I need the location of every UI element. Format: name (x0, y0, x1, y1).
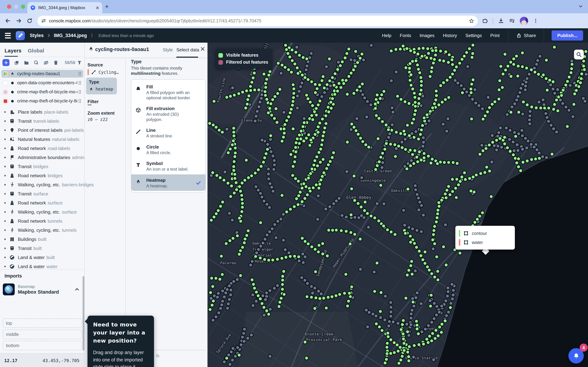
mac-close-button[interactable] (7, 5, 11, 9)
expand-triangle-icon[interactable] (3, 192, 7, 195)
type-option-symbol[interactable]: SymbolAn icon or a text label. (131, 158, 206, 174)
drag-handle-icon[interactable] (77, 90, 82, 94)
extensions-icon[interactable] (482, 18, 488, 24)
expand-triangle-icon[interactable] (3, 119, 7, 123)
type-option-line[interactable]: LineA stroked line. (131, 125, 206, 141)
group-row[interactable]: Road networktunnels (0, 216, 85, 225)
publish-button[interactable]: Publish... (552, 30, 583, 41)
tab-global[interactable]: Global (28, 48, 44, 53)
expand-triangle-icon[interactable] (3, 201, 7, 204)
tab-select-data[interactable]: Select data (176, 47, 199, 52)
hide-layer-icon[interactable] (43, 60, 49, 65)
group-row[interactable]: Point of interest labelspoi-labels (0, 125, 85, 134)
layer-row[interactable]: crime-map-theft-of-bicycle-mo-c... (1, 88, 83, 96)
layer-row[interactable]: open-data-coyote-encounters-4... (1, 79, 83, 87)
drag-handle-icon[interactable] (77, 99, 82, 103)
nav-settings[interactable]: Settings (466, 33, 482, 38)
group-row[interactable]: Walking, cycling, etc.barriers-bridges (0, 180, 85, 189)
expand-triangle-icon[interactable] (3, 128, 7, 132)
nav-fonts[interactable]: Fonts (400, 33, 411, 38)
add-layer-button[interactable] (2, 59, 9, 66)
expand-triangle-icon[interactable] (3, 183, 7, 186)
share-button[interactable]: Share (516, 33, 536, 38)
drag-handle-icon[interactable] (77, 80, 82, 85)
sidebar-scrollbar[interactable] (83, 276, 84, 350)
slot-top[interactable]: top (3, 318, 82, 328)
layer-row[interactable]: crime-map-theft-of-bicycle-ty-8q... (1, 97, 83, 105)
select-feature-icon[interactable] (34, 60, 39, 65)
tab-close-icon[interactable] (95, 6, 99, 10)
group-row[interactable]: Walking, cycling, etc.tunnels (0, 225, 85, 234)
window-chevron-icon[interactable] (578, 4, 583, 9)
duplicate-layer-icon[interactable] (14, 60, 19, 65)
group-row[interactable]: Walking, cycling, etc.surface (0, 207, 85, 216)
expand-triangle-icon[interactable] (3, 228, 7, 232)
type-option-fill[interactable]: FillA filled polygon with an optional st… (131, 81, 206, 103)
group-row[interactable]: Road networksurface (0, 198, 85, 207)
mac-zoom-button[interactable] (21, 5, 25, 9)
group-row[interactable]: Administrative boundariesadmin (0, 153, 85, 162)
new-tab-button[interactable]: + (105, 3, 109, 10)
group-row[interactable]: Road networkroad-labels (0, 144, 85, 153)
expand-triangle-icon[interactable] (3, 256, 7, 259)
browser-menu-icon[interactable] (533, 18, 538, 23)
tab-style[interactable]: Style (163, 47, 173, 52)
group-row[interactable]: Transittransit-labels (0, 117, 85, 125)
layer-row[interactable]: cycling-routes-0aoau1 (1, 70, 83, 78)
expand-triangle-icon[interactable] (3, 210, 7, 213)
nav-help[interactable]: Help (382, 33, 391, 38)
slot-middle[interactable]: middle (3, 330, 82, 339)
basemap-import-card[interactable]: Basemap Mapbox Standard (3, 281, 82, 297)
group-row[interactable]: Transitsurface (0, 189, 85, 198)
expand-triangle-icon[interactable] (3, 147, 7, 150)
group-row[interactable]: Land & waterwater (0, 262, 85, 271)
reload-icon[interactable] (26, 18, 33, 24)
breadcrumb-styles[interactable]: Styles (30, 33, 44, 38)
popup-row[interactable]: water (455, 238, 515, 247)
group-row[interactable]: Transitbuilt (0, 244, 85, 253)
collapse-chevron-icon[interactable] (74, 287, 80, 292)
group-row[interactable]: Road networkbridges (0, 171, 85, 180)
expand-triangle-icon[interactable] (3, 265, 7, 268)
forward-icon[interactable] (16, 18, 22, 24)
expand-triangle-icon[interactable] (3, 138, 7, 141)
slot-bottom[interactable]: bottom (3, 341, 82, 350)
expand-triangle-icon[interactable] (3, 174, 7, 177)
expand-triangle-icon[interactable] (3, 165, 7, 168)
expand-triangle-icon[interactable] (3, 219, 7, 223)
expand-triangle-icon[interactable] (3, 247, 7, 250)
mapbox-studio-logo[interactable] (16, 31, 25, 40)
back-icon[interactable] (5, 18, 11, 24)
delete-layer-icon[interactable] (53, 60, 59, 65)
bookmark-star-icon[interactable] (469, 18, 474, 24)
source-row[interactable]: Cycling… (87, 69, 119, 75)
browser-tab[interactable]: IMG_3344.jpeg | Mapbox (27, 2, 102, 13)
type-option-circle[interactable]: CircleA filled circle. (131, 141, 206, 158)
media-playlist-icon[interactable] (509, 18, 515, 24)
downloads-icon[interactable] (498, 18, 504, 24)
close-editor-icon[interactable] (200, 47, 205, 51)
filter-funnel-icon[interactable] (77, 60, 82, 65)
type-option-fill-extrusion[interactable]: Fill extrusionAn extruded (3D) polygon. (131, 103, 206, 125)
group-row[interactable]: Natural featuresnatural-labels (0, 134, 85, 144)
group-row[interactable]: Transitbridges (0, 162, 85, 171)
nav-images[interactable]: Images (419, 33, 434, 38)
tab-layers[interactable]: Layers (5, 48, 22, 53)
expand-triangle-icon[interactable] (3, 237, 7, 241)
expand-triangle-icon[interactable] (3, 156, 7, 159)
profile-avatar[interactable] (520, 17, 528, 25)
mac-minimize-button[interactable] (14, 5, 18, 9)
map-canvas[interactable]: 407 Express Toll RouteFourth LineGlenorc… (208, 43, 588, 367)
group-row[interactable]: Place labelsplace-labels (0, 107, 85, 117)
nav-history[interactable]: History (443, 33, 457, 38)
site-settings-icon[interactable] (41, 18, 46, 23)
url-bar[interactable]: console.mapbox.com/studio/styles/oliverc… (37, 16, 478, 26)
drag-handle-icon[interactable] (77, 71, 82, 76)
style-menu-icon[interactable] (90, 33, 94, 38)
map-search-button[interactable] (574, 50, 584, 59)
group-row[interactable]: Land & waterbuilt (0, 253, 85, 262)
group-row[interactable]: Buildingsbuilt (0, 234, 85, 244)
hamburger-menu-icon[interactable] (5, 33, 11, 38)
nav-print[interactable]: Print (490, 33, 500, 38)
expand-triangle-icon[interactable] (3, 110, 7, 113)
